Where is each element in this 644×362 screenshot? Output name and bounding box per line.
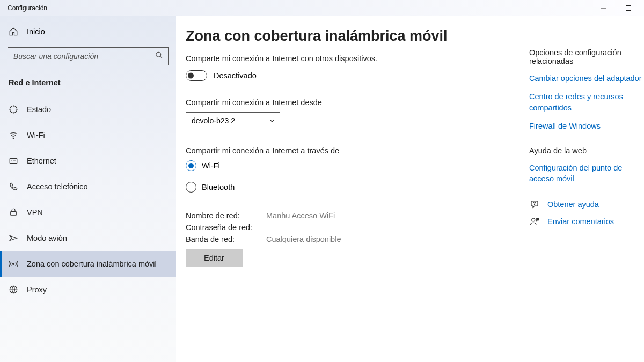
- share-toggle[interactable]: [186, 70, 207, 81]
- network-name-value: Manhu Acceso WiFi: [266, 211, 335, 220]
- sidebar-item-hotspot[interactable]: Zona con cobertura inalámbrica móvil: [0, 251, 176, 277]
- share-description: Comparte mi conexión a Internet con otro…: [186, 54, 529, 63]
- network-password-label: Contraseña de red:: [186, 223, 266, 232]
- ethernet-icon: [9, 156, 18, 166]
- window-title: Configuración: [8, 4, 47, 12]
- sidebar-item-label: Acceso telefónico: [27, 182, 88, 191]
- feedback-icon: [529, 217, 540, 226]
- svg-line-3: [160, 56, 162, 58]
- sidebar-item-ethernet[interactable]: Ethernet: [0, 148, 176, 174]
- get-help-button[interactable]: Obtener ayuda: [529, 200, 642, 209]
- home-button[interactable]: Inicio: [0, 21, 176, 42]
- status-icon: [9, 105, 18, 114]
- svg-point-2: [156, 52, 161, 57]
- nav-list: Estado Wi-Fi Ethernet Acceso telefónico …: [0, 97, 176, 302]
- maximize-button[interactable]: [616, 0, 641, 16]
- feedback-button[interactable]: Enviar comentarios: [529, 217, 642, 226]
- web-help-heading: Ayuda de la web: [529, 146, 642, 155]
- network-band-label: Banda de red:: [186, 235, 266, 243]
- sidebar-item-wifi[interactable]: Wi-Fi: [0, 122, 176, 148]
- maximize-icon: [626, 5, 631, 11]
- svg-rect-1: [626, 6, 631, 11]
- category-label: Red e Internet: [0, 73, 176, 97]
- hotspot-icon: [9, 259, 18, 269]
- vpn-icon: [9, 208, 18, 217]
- radio-label: Wi-Fi: [202, 161, 220, 170]
- window-controls: [591, 0, 641, 16]
- edit-button[interactable]: Editar: [186, 249, 243, 267]
- sidebar-item-label: VPN: [27, 208, 43, 217]
- home-icon: [9, 27, 18, 36]
- sidebar-item-label: Proxy: [27, 285, 47, 294]
- share-from-label: Compartir mi conexión a Internet desde: [186, 98, 529, 107]
- svg-point-10: [534, 204, 535, 205]
- sidebar-item-dialup[interactable]: Acceso telefónico: [0, 174, 176, 200]
- share-from-dropdown[interactable]: devolo-b23 2: [186, 112, 280, 129]
- svg-rect-7: [11, 212, 17, 216]
- sidebar-item-label: Ethernet: [27, 157, 56, 165]
- radio-indicator: [186, 182, 196, 193]
- chevron-down-icon: [269, 117, 275, 124]
- minimize-button[interactable]: [591, 0, 616, 16]
- network-name-label: Nombre de red:: [186, 211, 266, 220]
- right-panel: Opciones de configuración relacionadas C…: [529, 28, 642, 362]
- toggle-knob: [188, 73, 194, 79]
- radio-label: Bluetooth: [202, 183, 235, 191]
- search-box[interactable]: [8, 47, 169, 65]
- sidebar: Inicio Red e Internet Estado Wi-Fi Et: [0, 16, 176, 362]
- titlebar: Configuración: [0, 0, 644, 16]
- radio-wifi[interactable]: Wi-Fi: [186, 160, 529, 171]
- minimize-icon: [601, 5, 606, 11]
- svg-point-5: [13, 138, 14, 139]
- radio-bluetooth[interactable]: Bluetooth: [186, 182, 529, 193]
- airplane-icon: [9, 233, 18, 243]
- proxy-icon: [9, 285, 18, 294]
- link-windows-firewall[interactable]: Firewall de Windows: [529, 121, 642, 131]
- sidebar-item-label: Zona con cobertura inalámbrica móvil: [27, 260, 157, 268]
- get-help-label: Obtener ayuda: [547, 200, 599, 209]
- sidebar-item-airplane[interactable]: Modo avión: [0, 225, 176, 251]
- toggle-state-label: Desactivado: [214, 71, 257, 80]
- network-band-value: Cualquiera disponible: [266, 235, 341, 243]
- page-title: Zona con cobertura inalámbrica móvil: [186, 28, 529, 45]
- sidebar-item-proxy[interactable]: Proxy: [0, 277, 176, 302]
- sidebar-item-status[interactable]: Estado: [0, 97, 176, 122]
- radio-indicator: [186, 160, 196, 171]
- wifi-icon: [9, 130, 18, 140]
- link-hotspot-config[interactable]: Configuración del punto de acceso móvil: [529, 162, 642, 184]
- search-input[interactable]: [8, 47, 169, 65]
- search-icon: [155, 51, 163, 62]
- related-settings-heading: Opciones de configuración relacionadas: [529, 48, 642, 65]
- share-over-label: Compartir mi conexión a Internet a travé…: [186, 146, 529, 155]
- main-content: Zona con cobertura inalámbrica móvil Com…: [176, 16, 644, 362]
- sidebar-item-vpn[interactable]: VPN: [0, 200, 176, 225]
- link-adapter-options[interactable]: Cambiar opciones del adaptador: [529, 73, 642, 84]
- svg-point-8: [13, 263, 14, 265]
- help-icon: [529, 200, 540, 209]
- sidebar-item-label: Modo avión: [27, 234, 67, 242]
- dialup-icon: [9, 182, 18, 191]
- feedback-label: Enviar comentarios: [547, 217, 614, 226]
- link-network-sharing-center[interactable]: Centro de redes y recursos compartidos: [529, 91, 642, 113]
- sidebar-item-label: Estado: [27, 105, 51, 114]
- sidebar-item-label: Wi-Fi: [27, 131, 45, 139]
- home-label: Inicio: [27, 27, 45, 36]
- dropdown-value: devolo-b23 2: [192, 116, 235, 125]
- network-info: Nombre de red: Manhu Acceso WiFi Contras…: [186, 210, 529, 245]
- svg-point-11: [532, 218, 535, 221]
